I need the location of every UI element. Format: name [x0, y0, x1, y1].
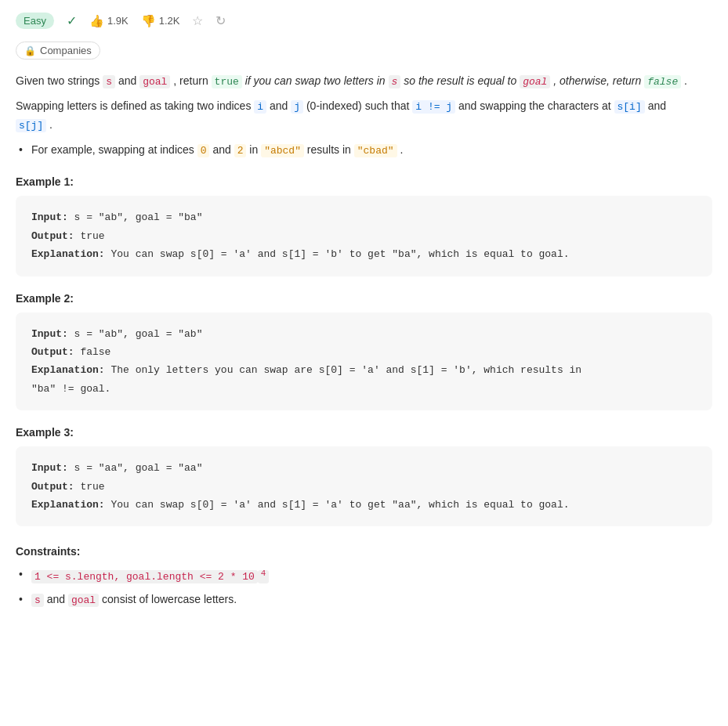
- desc1-prefix: Given two strings: [16, 74, 103, 87]
- desc2-end: .: [49, 118, 53, 131]
- example-3-input: Input: s = "aa", goal = "aa": [31, 459, 697, 477]
- constraints-title: Constraints:: [16, 545, 712, 558]
- sj-var: s[j]: [16, 119, 46, 132]
- downvote-button[interactable]: 👎 1.2K: [141, 14, 180, 28]
- example-2-title: Example 2:: [16, 292, 712, 305]
- desc2-mid: (0-indexed) such that: [306, 99, 412, 112]
- false-kw: false: [644, 75, 681, 88]
- desc1-italic2: so the result is equal to: [404, 74, 520, 87]
- desc2-and2: and: [270, 99, 291, 112]
- j-var: j: [291, 100, 303, 114]
- description-paragraph-2: Swapping letters is defined as taking tw…: [16, 97, 712, 135]
- example-3-output: Output: true: [31, 478, 697, 496]
- example-1-block: Input: s = "ab", goal = "ba" Output: tru…: [16, 196, 712, 276]
- example-1-explanation: Explanation: You can swap s[0] = 'a' and…: [31, 245, 697, 263]
- goal-var-2: goal: [520, 75, 550, 88]
- cbad-str: "cbad": [354, 144, 397, 157]
- bullet-list: For example, swapping at indices 0 and 2…: [16, 141, 712, 160]
- c2-suffix: consist of lowercase letters.: [102, 593, 237, 605]
- zero-var: 0: [197, 144, 210, 157]
- star-icon[interactable]: ☆: [192, 13, 203, 28]
- downvote-icon: 👎: [141, 14, 156, 28]
- check-icon: ✓: [67, 13, 77, 28]
- c2-s-var: s: [31, 594, 44, 607]
- example-2-input: Input: s = "ab", goal = "ab": [31, 325, 697, 343]
- s-var-1: s: [103, 75, 115, 88]
- example-3-block: Input: s = "aa", goal = "aa" Output: tru…: [16, 446, 712, 526]
- goal-var-1: goal: [139, 75, 170, 88]
- example-1-output: Output: true: [31, 227, 697, 245]
- downvote-count: 1.2K: [159, 15, 180, 27]
- desc2-mid2: and swapping the characters at: [458, 99, 614, 112]
- upvote-button[interactable]: 👍 1.9K: [89, 14, 129, 28]
- desc1-italic3: , otherwise, return: [553, 74, 644, 87]
- description-paragraph-1: Given two strings s and goal , return tr…: [16, 72, 712, 91]
- example-1-title: Example 1:: [16, 175, 712, 188]
- lock-icon: 🔒: [24, 45, 36, 56]
- example-3-explanation: Explanation: You can swap s[0] = 'a' and…: [31, 496, 697, 514]
- difficulty-badge[interactable]: Easy: [16, 13, 54, 29]
- example-3-title: Example 3:: [16, 426, 712, 439]
- examples-section: Example 1: Input: s = "ab", goal = "ba" …: [16, 175, 712, 526]
- bullet1-end: .: [400, 143, 403, 156]
- refresh-icon[interactable]: ↻: [216, 13, 226, 28]
- bullet1-and: and: [212, 143, 234, 156]
- i-var: i: [254, 100, 266, 114]
- example-2-block: Input: s = "ab", goal = "ab" Output: fal…: [16, 312, 712, 411]
- example-2-explanation: Explanation: The only letters you can sw…: [31, 361, 697, 398]
- companies-label: Companies: [40, 45, 92, 56]
- desc2-and3: and: [648, 99, 666, 112]
- s-var-2: s: [389, 75, 401, 88]
- true-kw: true: [212, 75, 242, 88]
- ij-neq: i != j: [412, 100, 455, 114]
- constraint-1: 1 <= s.length, goal.length <= 2 * 104: [31, 565, 712, 585]
- companies-badge[interactable]: 🔒 Companies: [16, 42, 100, 60]
- bullet1-mid2: results in: [307, 143, 354, 156]
- desc1-italic1: if you can swap two letters in: [245, 74, 389, 87]
- top-bar: Easy ✓ 👍 1.9K 👎 1.2K ☆ ↻: [16, 13, 712, 29]
- example-1-input: Input: s = "ab", goal = "ba": [31, 208, 697, 226]
- upvote-icon: 👍: [89, 14, 104, 28]
- desc1-end: .: [684, 74, 687, 87]
- constraint-2: s and goal consist of lowercase letters.: [31, 591, 712, 609]
- si-var: s[i]: [614, 100, 645, 114]
- c2-and: and: [47, 593, 68, 605]
- bullet1-mid: in: [249, 143, 261, 156]
- desc1-and1: and: [118, 74, 139, 87]
- sup-4: 4: [261, 568, 266, 577]
- constraints-section: Constraints: 1 <= s.length, goal.length …: [16, 545, 712, 609]
- desc2-prefix: Swapping letters is defined as taking tw…: [16, 99, 254, 112]
- bullet-item-1: For example, swapping at indices 0 and 2…: [31, 141, 712, 160]
- desc1-suffix-pre: , return: [173, 74, 211, 87]
- two-var: 2: [234, 144, 247, 157]
- upvote-count: 1.9K: [107, 15, 129, 27]
- bullet1-prefix: For example, swapping at indices: [31, 143, 197, 156]
- example-2-output: Output: false: [31, 343, 697, 361]
- constraints-list: 1 <= s.length, goal.length <= 2 * 104 s …: [16, 565, 712, 609]
- abcd-str: "abcd": [261, 144, 304, 157]
- c2-goal-var: goal: [68, 594, 99, 607]
